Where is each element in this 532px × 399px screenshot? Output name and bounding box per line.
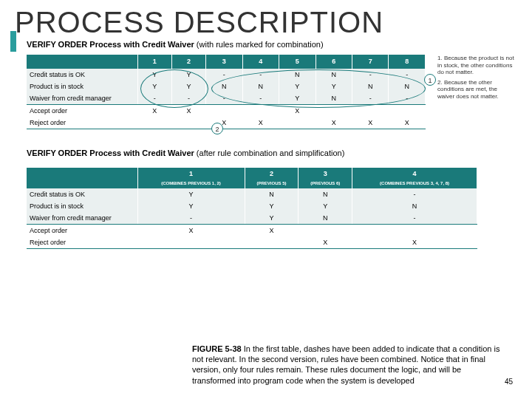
side-notes: 1. Because the product is not in stock, … — [437, 55, 514, 103]
col-5: 5 — [279, 55, 316, 68]
sub-2: (PREVIOUS 5) — [245, 180, 299, 188]
table1-header-blank — [27, 55, 137, 68]
callout-marker-1: 1 — [424, 74, 436, 86]
action-label: Accept order — [27, 225, 137, 237]
oval-mark-cols3478 — [211, 69, 426, 108]
sub-1: (COMBINES PREVIOUS 1, 2) — [137, 180, 245, 188]
table2-header-blank — [27, 168, 137, 188]
note-2: 2. Because the other conditions are met,… — [437, 79, 514, 100]
table-row: Reject order XXXXX — [27, 117, 426, 129]
table-row: Accept order XX — [27, 225, 477, 237]
col-3: 3 — [206, 55, 242, 68]
cond-label: Waiver from credit manager — [27, 212, 137, 225]
table-row: Credit status is OK YNN- — [27, 188, 477, 201]
col-1: 1 — [137, 168, 245, 180]
table2-header-row: 1 2 3 4 — [27, 168, 477, 180]
cond-label: Credit status is OK — [27, 68, 137, 81]
cond-label: Product is in stock — [27, 81, 137, 92]
table1-title-bold: VERIFY ORDER Process with Credit Waiver — [27, 40, 194, 49]
table-row: Waiver from credit manager -YN- — [27, 212, 477, 225]
oval-mark-cols12 — [140, 69, 208, 108]
sub-3: (PREVIOUS 6) — [299, 180, 352, 188]
decision-table-2: 1 2 3 4 (COMBINES PREVIOUS 1, 2) (PREVIO… — [27, 168, 477, 250]
note-1: 1. Because the product is not in stock, … — [437, 55, 514, 76]
background-title: PROCESS DESCRIPTION — [15, 6, 383, 39]
table-row: Product is in stock YYYN — [27, 200, 477, 212]
table2-title-light: (after rule combination and simplificati… — [194, 149, 345, 157]
col-2: 2 — [245, 168, 299, 180]
col-1: 1 — [137, 55, 171, 68]
sub-4: (COMBINES PREVIOUS 3, 4, 7, 8) — [352, 180, 477, 188]
col-2: 2 — [171, 55, 205, 68]
col-6: 6 — [316, 55, 352, 68]
cond-label: Credit status is OK — [27, 188, 137, 201]
col-8: 8 — [389, 55, 426, 68]
callout-marker-2: 2 — [211, 123, 223, 134]
col-4: 4 — [352, 168, 477, 180]
content-area: VERIFY ORDER Process with Credit Waiver … — [27, 40, 514, 249]
table1-title: VERIFY ORDER Process with Credit Waiver … — [27, 40, 514, 49]
col-7: 7 — [352, 55, 389, 68]
page-number: 45 — [505, 378, 513, 386]
table2-title-bold: VERIFY ORDER Process with Credit Waiver — [27, 149, 194, 157]
action-label: Reject order — [27, 236, 137, 249]
col-3: 3 — [299, 168, 352, 180]
figure-number: FIGURE 5-38 — [192, 344, 242, 353]
table2-title: VERIFY ORDER Process with Credit Waiver … — [27, 149, 514, 157]
table-row: Accept order XXX — [27, 104, 426, 117]
action-label: Reject order — [27, 117, 137, 129]
cond-label: Product is in stock — [27, 200, 137, 212]
cond-label: Waiver from credit manager — [27, 92, 137, 105]
accent-bar — [10, 31, 16, 52]
action-label: Accept order — [27, 104, 137, 117]
col-4: 4 — [242, 55, 279, 68]
table1-header-row: 1 2 3 4 5 6 7 8 — [27, 55, 426, 68]
table1-wrap: 1 2 3 4 5 6 7 8 Credit status is OK YY--… — [27, 55, 514, 129]
table1-title-light: (with rules marked for combination) — [194, 40, 324, 49]
figure-caption: FIGURE 5-38 In the first table, dashes h… — [192, 344, 502, 386]
table-row: Reject order XX — [27, 236, 477, 249]
